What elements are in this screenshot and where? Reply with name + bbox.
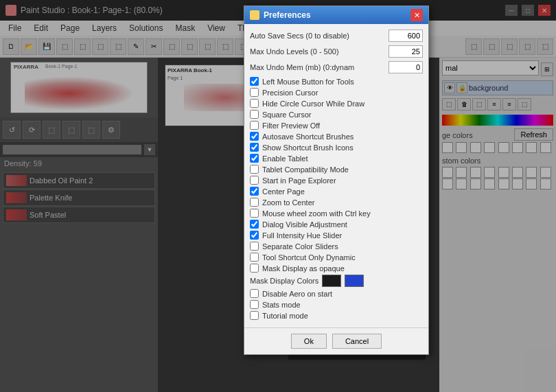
checkbox-center-page-input[interactable]	[250, 187, 259, 196]
checkbox-square-cursor: Square Cursor	[250, 110, 423, 119]
mask-display-colors-label: Mask Display Colors	[250, 277, 318, 285]
checkbox-dialog-visible-input[interactable]	[250, 220, 259, 229]
preferences-dialog: Preferences ✕ Auto Save Secs (0 to disab…	[244, 5, 429, 355]
auto-save-row: Auto Save Secs (0 to disable)	[250, 30, 423, 42]
max-undo-levels-input[interactable]	[389, 45, 423, 58]
checkbox-tool-shortcut-label: Tool Shortcut Only Dynamic	[262, 253, 356, 262]
checkbox-start-explorer-input[interactable]	[250, 176, 259, 185]
checkbox-left-mouse-label: Left Mouse Button for Tools	[262, 78, 354, 86]
dialog-footer: Ok Cancel	[244, 327, 428, 354]
checkbox-autosave-shortcut: Autosave Shortcut Brushes	[250, 132, 423, 141]
checkbox-precision-cursor: Precision Cursor	[250, 88, 423, 97]
checkbox-full-intensity: Full Intensity Hue Slider	[250, 231, 423, 240]
dialog-title: Preferences	[264, 10, 311, 20]
checkbox-tutorial-mode-input[interactable]	[250, 311, 259, 320]
checkbox-stats-mode-label: Stats mode	[262, 301, 301, 309]
cancel-button[interactable]: Cancel	[332, 334, 382, 349]
checkbox-mask-display-opaque-input[interactable]	[250, 264, 259, 273]
checkbox-filter-preview: Filter Preview Off	[250, 121, 423, 130]
checkbox-mouse-wheel-input[interactable]	[250, 209, 259, 218]
checkbox-filter-preview-input[interactable]	[250, 121, 259, 130]
checkbox-separate-color-label: Separate Color Sliders	[262, 242, 338, 251]
checkbox-center-page: Center Page	[250, 187, 423, 196]
checkbox-left-mouse: Left Mouse Button for Tools	[250, 77, 423, 86]
checkbox-precision-cursor-label: Precision Cursor	[262, 89, 318, 97]
checkbox-separate-color: Separate Color Sliders	[250, 242, 423, 251]
checkbox-mask-display-opaque: Mask Display as opaque	[250, 264, 423, 273]
checkbox-zoom-center-label: Zoom to Center	[262, 198, 314, 207]
checkbox-disable-aero-label: Disable Aero on start	[262, 290, 332, 298]
max-undo-levels-row: Max Undo Levels (0 - 500)	[250, 45, 423, 58]
checkbox-tablet-compat: Tablet Compatibility Mode	[250, 165, 423, 174]
dialog-titlebar: Preferences ✕	[244, 6, 428, 24]
checkbox-enable-tablet-input[interactable]	[250, 154, 259, 163]
checkbox-stats-mode-input[interactable]	[250, 300, 259, 309]
checkbox-left-mouse-input[interactable]	[250, 77, 259, 86]
checkbox-hide-circle-input[interactable]	[250, 99, 259, 108]
checkbox-zoom-center-input[interactable]	[250, 198, 259, 207]
checkbox-square-cursor-label: Square Cursor	[262, 111, 312, 119]
checkbox-start-explorer-label: Start in Page Explorer	[262, 176, 336, 185]
checkbox-show-shortcut-label: Show Shortcut Brush Icons	[262, 143, 354, 152]
checkbox-autosave-shortcut-input[interactable]	[250, 132, 259, 141]
dialog-titlebar-left: Preferences	[250, 10, 311, 20]
checkbox-mask-display-opaque-label: Mask Display as opaque	[262, 264, 345, 273]
checkbox-autosave-shortcut-label: Autosave Shortcut Brushes	[262, 132, 354, 141]
checkbox-tool-shortcut-input[interactable]	[250, 253, 259, 262]
mask-color2-swatch[interactable]	[345, 275, 364, 287]
checkbox-square-cursor-input[interactable]	[250, 110, 259, 119]
checkbox-center-page-label: Center Page	[262, 187, 305, 196]
checkbox-start-explorer: Start in Page Explorer	[250, 176, 423, 185]
checkbox-tutorial-mode-label: Tutorial mode	[262, 312, 308, 320]
checkbox-tutorial-mode: Tutorial mode	[250, 311, 423, 320]
checkbox-full-intensity-label: Full Intensity Hue Slider	[262, 231, 342, 240]
checkbox-show-shortcut: Show Shortcut Brush Icons	[250, 143, 423, 152]
max-undo-mem-row: Max Undo Mem (mb) (0:dynam	[250, 61, 423, 73]
max-undo-levels-label: Max Undo Levels (0 - 500)	[250, 47, 339, 56]
checkbox-dialog-visible-label: Dialog Visible Adjustment	[262, 220, 347, 229]
checkbox-tablet-compat-input[interactable]	[250, 165, 259, 174]
checkbox-filter-preview-label: Filter Preview Off	[262, 122, 320, 130]
checkbox-separate-color-input[interactable]	[250, 242, 259, 251]
checkbox-enable-tablet-label: Enable Tablet	[262, 154, 308, 163]
checkbox-disable-aero-input[interactable]	[250, 289, 259, 298]
checkbox-enable-tablet: Enable Tablet	[250, 154, 423, 163]
checkbox-tablet-compat-label: Tablet Compatibility Mode	[262, 165, 349, 174]
checkbox-hide-circle-label: Hide Circle Cursor While Draw	[262, 100, 364, 108]
checkbox-hide-circle: Hide Circle Cursor While Draw	[250, 99, 423, 108]
ok-button[interactable]: Ok	[291, 334, 327, 349]
checkbox-show-shortcut-input[interactable]	[250, 143, 259, 152]
checkbox-full-intensity-input[interactable]	[250, 231, 259, 240]
dialog-close-button[interactable]: ✕	[410, 9, 423, 21]
checkbox-zoom-center: Zoom to Center	[250, 198, 423, 207]
dialog-app-icon	[250, 10, 259, 20]
checkbox-mouse-wheel: Mouse wheel zoom with Ctrl key	[250, 209, 423, 218]
max-undo-mem-label: Max Undo Mem (mb) (0:dynam	[250, 63, 354, 71]
max-undo-mem-input[interactable]	[389, 61, 423, 73]
checkbox-dialog-visible: Dialog Visible Adjustment	[250, 220, 423, 229]
mask-color1-swatch[interactable]	[322, 275, 341, 287]
checkbox-tool-shortcut: Tool Shortcut Only Dynamic	[250, 253, 423, 262]
checkbox-stats-mode: Stats mode	[250, 300, 423, 309]
auto-save-input[interactable]	[389, 30, 423, 42]
mask-display-colors-row: Mask Display Colors	[250, 275, 423, 287]
checkbox-precision-cursor-input[interactable]	[250, 88, 259, 97]
dialog-body: Auto Save Secs (0 to disable) Max Undo L…	[244, 24, 428, 327]
checkbox-mouse-wheel-label: Mouse wheel zoom with Ctrl key	[262, 209, 371, 218]
auto-save-label: Auto Save Secs (0 to disable)	[250, 32, 349, 40]
checkbox-disable-aero: Disable Aero on start	[250, 289, 423, 298]
